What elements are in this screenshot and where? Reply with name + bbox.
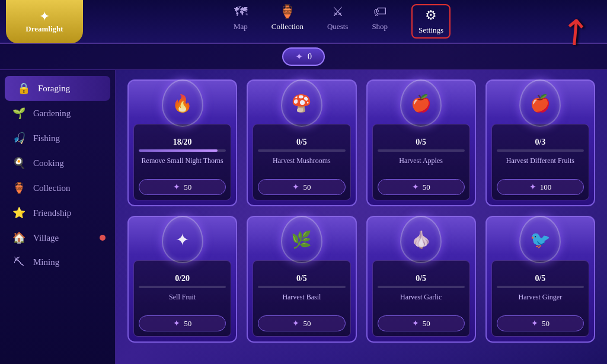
mining-label: Mining xyxy=(33,257,59,267)
card-title-harvest-basil: Harvest Basil xyxy=(258,293,345,311)
card-bottom-harvest-garlic: 0/5 Harvest Garlic ✦ 50 xyxy=(372,260,470,337)
quests-icon: ⚔ xyxy=(332,4,344,20)
quest-card-harvest-garlic[interactable]: 🧄 0/5 Harvest Garlic ✦ 50 xyxy=(366,216,476,343)
sidebar-item-fishing[interactable]: 🎣 Fishing xyxy=(0,126,115,151)
reward-icon-harvest-mushrooms: ✦ xyxy=(292,182,299,192)
card-progress-sell-fruit: 0/20 xyxy=(139,274,226,283)
sidebar-item-mining[interactable]: ⛏ Mining xyxy=(0,250,115,274)
sidebar-item-village[interactable]: 🏠 Village xyxy=(0,225,115,250)
card-bottom-harvest-ginger: 0/5 Harvest Ginger ✦ 50 xyxy=(491,260,589,337)
card-egg-icon-sell-fruit: ✦ xyxy=(175,230,189,250)
card-title-harvest-apples: Harvest Apples xyxy=(378,157,465,174)
card-title-harvest-different-fruits: Harvest Different Fruits xyxy=(497,157,584,174)
mining-icon: ⛏ xyxy=(12,256,26,269)
reward-value-harvest-different-fruits: 100 xyxy=(540,183,552,192)
card-progress-bar-harvest-different-fruits xyxy=(497,149,584,152)
card-title-harvest-ginger: Harvest Ginger xyxy=(497,293,584,311)
card-reward-harvest-apples: ✦ 50 xyxy=(378,179,465,195)
card-progress-harvest-garlic: 0/5 xyxy=(378,274,465,283)
card-progress-bar-harvest-garlic xyxy=(378,286,465,288)
village-label: Village xyxy=(33,233,59,243)
currency-pill: ✦ 0 xyxy=(282,47,325,66)
currency-bar: ✦ 0 xyxy=(0,44,607,70)
nav-collection[interactable]: 🏺 Collection xyxy=(271,4,304,39)
currency-icon: ✦ xyxy=(295,51,303,62)
card-egg-harvest-mushrooms: 🍄 xyxy=(281,79,322,127)
collection-icon: 🏺 xyxy=(279,4,295,20)
card-bottom-harvest-different-fruits: 0/3 Harvest Different Fruits ✦ 100 xyxy=(491,124,589,200)
card-egg-harvest-different-fruits: 🍎 xyxy=(519,79,561,127)
quest-card-harvest-mushrooms[interactable]: 🍄 0/5 Harvest Mushrooms ✦ 50 xyxy=(247,79,356,206)
map-label: Map xyxy=(234,22,248,31)
collection-sidebar-icon: 🏺 xyxy=(12,181,26,194)
quest-card-harvest-ginger[interactable]: 🐦 0/5 Harvest Ginger ✦ 50 xyxy=(485,216,595,343)
card-bottom-remove-thorns: 18/20 Remove Small Night Thorns ✦ 50 xyxy=(133,124,231,200)
card-egg-sell-fruit: ✦ xyxy=(162,216,203,263)
topbar: ✦ Dreamlight 🗺 Map 🏺 Collection ⚔ Quests… xyxy=(0,0,607,44)
card-progress-harvest-ginger: 0/5 xyxy=(497,274,584,283)
collection-label: Collection xyxy=(271,22,304,31)
currency-value: 0 xyxy=(308,52,312,62)
sidebar-item-foraging[interactable]: 🔒 Foraging xyxy=(5,76,110,101)
card-reward-remove-thorns: ✦ 50 xyxy=(139,179,226,195)
sidebar-item-cooking[interactable]: 🍳 Cooking xyxy=(0,151,115,175)
card-egg-icon-harvest-garlic: 🧄 xyxy=(411,230,432,250)
foraging-label: Foraging xyxy=(38,84,70,94)
friendship-icon: ⭐ xyxy=(12,206,26,219)
sidebar-item-collection[interactable]: 🏺 Collection xyxy=(0,175,115,200)
sidebar-item-gardening[interactable]: 🌱 Gardening xyxy=(0,101,115,126)
reward-icon-harvest-garlic: ✦ xyxy=(412,318,419,328)
quest-card-harvest-basil[interactable]: 🌿 0/5 Harvest Basil ✦ 50 xyxy=(247,216,356,343)
nav-dreamlight[interactable]: ✦ Dreamlight xyxy=(6,0,83,43)
card-egg-harvest-garlic: 🧄 xyxy=(400,216,442,263)
settings-icon: ⚙ xyxy=(425,8,437,23)
reward-icon-harvest-apples: ✦ xyxy=(412,182,419,192)
card-reward-harvest-garlic: ✦ 50 xyxy=(378,315,465,331)
card-reward-sell-fruit: ✦ 50 xyxy=(139,315,226,331)
fishing-label: Fishing xyxy=(33,133,60,143)
quests-label: Quests xyxy=(327,22,348,31)
cooking-icon: 🍳 xyxy=(12,157,26,170)
card-egg-icon-harvest-basil: 🌿 xyxy=(291,230,312,250)
sidebar-item-friendship[interactable]: ⭐ Friendship xyxy=(0,200,115,225)
quest-card-harvest-different-fruits[interactable]: 🍎 0/3 Harvest Different Fruits ✦ 100 xyxy=(485,79,595,206)
reward-value-harvest-apples: 50 xyxy=(423,183,430,192)
settings-label: Settings xyxy=(418,25,443,35)
sidebar: 🔒 Foraging 🌱 Gardening 🎣 Fishing 🍳 Cooki… xyxy=(0,70,116,364)
shop-label: Shop xyxy=(372,22,388,31)
card-egg-harvest-apples: 🍎 xyxy=(400,79,442,127)
card-reward-harvest-different-fruits: ✦ 100 xyxy=(497,179,584,195)
card-progress-fill-remove-thorns xyxy=(139,149,218,152)
quest-card-sell-fruit[interactable]: ✦ 0/20 Sell Fruit ✦ 50 xyxy=(127,216,237,343)
reward-icon-remove-thorns: ✦ xyxy=(173,182,180,192)
card-progress-harvest-different-fruits: 0/3 xyxy=(497,138,584,147)
friendship-label: Friendship xyxy=(33,208,71,218)
card-egg-icon-harvest-ginger: 🐦 xyxy=(530,230,551,250)
shop-icon: 🏷 xyxy=(373,4,386,20)
gardening-label: Gardening xyxy=(33,108,71,119)
card-progress-harvest-apples: 0/5 xyxy=(378,138,465,147)
nav-items: 🗺 Map 🏺 Collection ⚔ Quests 🏷 Shop ⚙ Set… xyxy=(83,4,601,39)
card-reward-harvest-basil: ✦ 50 xyxy=(258,315,345,331)
reward-value-remove-thorns: 50 xyxy=(184,183,191,192)
card-bottom-harvest-basil: 0/5 Harvest Basil ✦ 50 xyxy=(253,260,350,337)
main-area: 🔒 Foraging 🌱 Gardening 🎣 Fishing 🍳 Cooki… xyxy=(0,70,607,364)
quest-card-harvest-apples[interactable]: 🍎 0/5 Harvest Apples ✦ 50 xyxy=(366,79,476,206)
nav-map[interactable]: 🗺 Map xyxy=(234,4,248,39)
card-egg-icon-remove-thorns: 🔥 xyxy=(172,94,193,113)
reward-icon-harvest-different-fruits: ✦ xyxy=(529,182,536,192)
card-progress-harvest-mushrooms: 0/5 xyxy=(258,138,345,147)
dreamlight-label: Dreamlight xyxy=(25,24,63,34)
card-progress-harvest-basil: 0/5 xyxy=(258,274,345,283)
card-egg-icon-harvest-apples: 🍎 xyxy=(411,94,432,113)
nav-quests[interactable]: ⚔ Quests xyxy=(327,4,348,39)
card-reward-harvest-ginger: ✦ 50 xyxy=(497,315,584,331)
card-reward-harvest-mushrooms: ✦ 50 xyxy=(258,179,345,195)
reward-icon-harvest-ginger: ✦ xyxy=(531,318,538,328)
card-progress-bar-harvest-basil xyxy=(258,286,345,288)
reward-icon-sell-fruit: ✦ xyxy=(173,318,180,328)
reward-value-harvest-garlic: 50 xyxy=(423,319,430,328)
nav-settings[interactable]: ⚙ Settings xyxy=(411,4,451,39)
quest-card-remove-thorns[interactable]: 🔥 18/20 Remove Small Night Thorns ✦ 50 xyxy=(127,79,237,206)
nav-shop[interactable]: 🏷 Shop xyxy=(372,4,388,39)
